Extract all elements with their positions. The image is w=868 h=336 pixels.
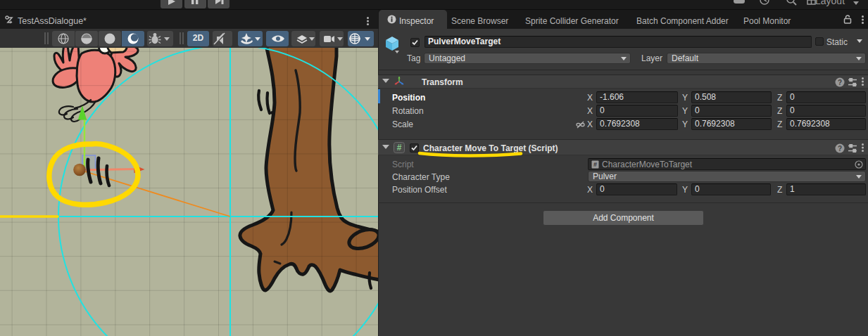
svg-text:?: ? [838,79,842,86]
svg-text:#: # [593,161,597,168]
svg-text:#: # [397,143,402,153]
svg-text:?: ? [838,145,842,153]
